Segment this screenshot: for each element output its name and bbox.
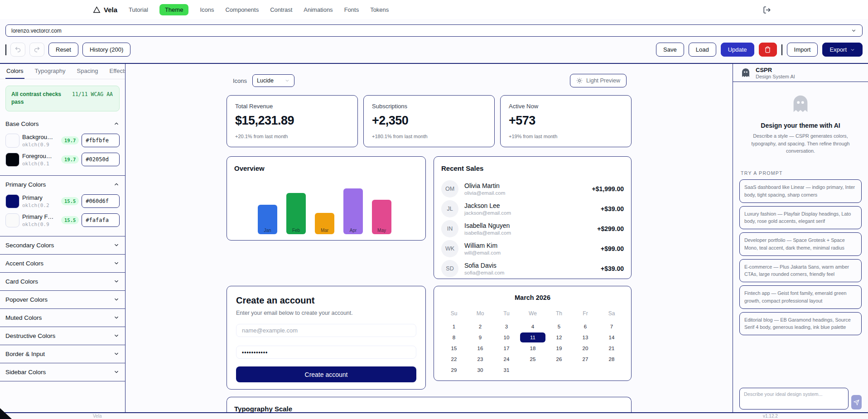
calendar-day[interactable]: 14: [598, 335, 625, 340]
ai-prompt-suggestion[interactable]: E-commerce — Plus Jakarta Sans, warm amb…: [739, 259, 862, 282]
calendar-day[interactable]: 29: [441, 367, 467, 373]
nav-item[interactable]: Theme: [159, 4, 188, 15]
calendar-day[interactable]: 3: [493, 324, 520, 329]
calendar-day[interactable]: 4: [520, 324, 546, 329]
color-section-header[interactable]: Accent Colors: [0, 255, 125, 272]
hex-value-input[interactable]: [82, 213, 120, 227]
hex-value-input[interactable]: [82, 194, 120, 208]
logout-icon[interactable]: [763, 5, 772, 14]
light-preview-toggle[interactable]: Light Preview: [570, 74, 627, 87]
redo-button[interactable]: [29, 43, 44, 57]
reset-button[interactable]: Reset: [48, 43, 78, 57]
ai-prompt-suggestion[interactable]: Developer portfolio — Space Grotesk + Sp…: [739, 232, 862, 255]
nav-item[interactable]: Contrast: [270, 6, 292, 13]
load-button[interactable]: Load: [689, 43, 716, 57]
calendar-day[interactable]: 1: [441, 324, 467, 329]
ai-prompt-input[interactable]: [739, 388, 849, 409]
color-section-collapsed: Muted Colors: [0, 309, 125, 327]
calendar-day[interactable]: 6: [572, 324, 598, 329]
email-field[interactable]: [236, 324, 416, 337]
calendar-day[interactable]: 11: [520, 332, 546, 342]
contrast-score-badge: 15.5: [61, 216, 79, 224]
calendar-day[interactable]: 18: [520, 346, 546, 351]
delete-theme-button[interactable]: [759, 43, 777, 57]
color-section-header[interactable]: Sidebar Colors: [0, 363, 125, 381]
calendar-day[interactable]: 22: [441, 356, 467, 362]
calendar-day[interactable]: 24: [493, 356, 520, 362]
color-section-header[interactable]: Muted Colors: [0, 309, 125, 327]
ai-prompt-suggestion[interactable]: Fintech app — Geist font family, emerald…: [739, 285, 862, 308]
calendar-day[interactable]: 13: [572, 335, 598, 340]
ai-prompt-suggestion[interactable]: Luxury fashion — Playfair Display headin…: [739, 206, 862, 229]
theme-preview-area: Icons Lucide Light Preview Total Revenue…: [125, 64, 733, 412]
recent-sale-row: SD Sofia Davis sofia@email.com +$39.00: [441, 259, 624, 279]
calendar-day[interactable]: 21: [598, 346, 625, 351]
ai-prompt-suggestion[interactable]: SaaS dashboard like Linear — indigo prim…: [739, 179, 862, 202]
tab-spacing[interactable]: Spacing: [76, 64, 99, 79]
color-section-collapsed: Border & Input: [0, 345, 125, 363]
create-account-button[interactable]: Create account: [236, 366, 416, 382]
calendar-day[interactable]: 15: [441, 346, 467, 351]
calendar-day[interactable]: 16: [467, 346, 493, 351]
calendar-day[interactable]: 10: [493, 335, 520, 340]
calendar-day[interactable]: 17: [493, 346, 520, 351]
chevron-down-icon: [113, 278, 120, 284]
calendar-day[interactable]: 8: [441, 335, 467, 340]
nav-item[interactable]: Components: [225, 6, 259, 13]
nav-item[interactable]: Icons: [200, 6, 214, 13]
icon-library-select[interactable]: Lucide: [252, 74, 294, 87]
nav-item[interactable]: Tutorial: [129, 6, 148, 13]
theme-select[interactable]: lorenzo.vectorcr.com: [5, 24, 863, 37]
calendar-weekday-row: SuMoTuWeThFrSa: [441, 308, 624, 319]
color-section-header[interactable]: Border & Input: [0, 345, 125, 363]
color-section-header[interactable]: Destructive Colors: [0, 327, 125, 345]
color-swatch[interactable]: [5, 134, 19, 148]
color-section-header[interactable]: Base Colors: [0, 115, 125, 133]
calendar-day[interactable]: 27: [572, 356, 598, 362]
calendar-day[interactable]: 2: [467, 324, 493, 329]
calendar-day[interactable]: 7: [598, 324, 625, 329]
calendar-day[interactable]: 20: [572, 346, 598, 351]
calendar-day[interactable]: 12: [546, 335, 572, 340]
hex-value-input[interactable]: [82, 153, 120, 166]
update-button[interactable]: Update: [721, 43, 754, 57]
calendar-day[interactable]: 9: [467, 335, 493, 340]
calendar-day[interactable]: 25: [520, 356, 546, 362]
color-section-header[interactable]: Primary Colors: [0, 176, 125, 193]
hex-value-input[interactable]: [82, 134, 120, 147]
color-swatch[interactable]: [5, 194, 19, 208]
color-section-header[interactable]: Popover Colors: [0, 291, 125, 308]
theme-editor-app: Vela Tutorial Theme Icons Components Con…: [0, 0, 868, 419]
sale-name: Jackson Lee: [464, 202, 511, 209]
calendar-day-selected[interactable]: 11: [520, 332, 545, 342]
calendar-day[interactable]: 5: [546, 324, 572, 329]
calendar-weekday: Th: [546, 310, 572, 317]
send-button[interactable]: [851, 395, 862, 409]
tab-colors[interactable]: Colors: [5, 64, 24, 79]
export-button[interactable]: Export: [822, 43, 863, 57]
calendar-day[interactable]: 30: [467, 367, 493, 373]
nav-item[interactable]: Fonts: [344, 6, 359, 13]
color-row: Backgrou… oklch(0.9 19.7: [5, 134, 120, 148]
save-button[interactable]: Save: [656, 43, 684, 57]
color-section-header[interactable]: Card Colors: [0, 273, 125, 290]
ai-prompt-suggestion[interactable]: Editorial blog — EB Garamond headings, S…: [739, 312, 862, 335]
undo-button[interactable]: [10, 43, 25, 57]
nav-item[interactable]: Animations: [304, 6, 333, 13]
import-button[interactable]: Import: [787, 43, 818, 57]
password-field[interactable]: [236, 346, 416, 359]
tab-effects[interactable]: Effects: [109, 64, 126, 79]
tab-typography[interactable]: Typography: [34, 64, 67, 79]
calendar-day[interactable]: 28: [598, 356, 625, 362]
chart-bar-label: Mar: [315, 228, 334, 233]
calendar-day[interactable]: 31: [493, 367, 520, 373]
color-section-header[interactable]: Secondary Colors: [0, 236, 125, 254]
history-button[interactable]: History (200): [82, 43, 130, 57]
calendar-day[interactable]: 19: [546, 346, 572, 351]
color-section-title: Base Colors: [5, 120, 39, 127]
color-swatch[interactable]: [5, 153, 19, 167]
calendar-day[interactable]: 23: [467, 356, 493, 362]
nav-item[interactable]: Tokens: [370, 6, 389, 13]
calendar-day[interactable]: 26: [546, 356, 572, 362]
color-swatch[interactable]: [5, 213, 19, 227]
